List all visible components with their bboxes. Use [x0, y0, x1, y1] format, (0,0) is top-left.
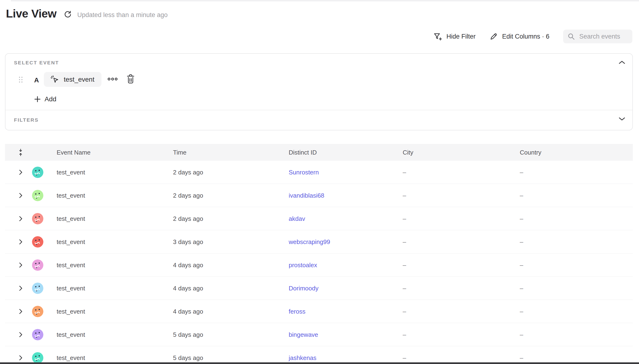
chevron-right-icon	[19, 286, 23, 291]
bottom-window-edge	[0, 362, 639, 364]
column-header-distinct-id: Distinct ID	[289, 149, 317, 156]
event-more-options-button[interactable]	[108, 76, 118, 82]
row-country: –	[520, 354, 523, 362]
chevron-right-icon	[19, 239, 23, 245]
collapse-all-rows-button[interactable]	[16, 148, 25, 156]
row-time: 2 days ago	[173, 192, 203, 199]
column-header-country: Country	[520, 149, 541, 156]
user-avatar[interactable]	[32, 352, 43, 364]
row-time: 3 days ago	[173, 238, 203, 246]
delete-event-button[interactable]	[126, 74, 135, 84]
row-event-name: test_event	[57, 261, 85, 268]
select-event-label: SELECT EVENT	[14, 60, 59, 66]
row-event-name: test_event	[57, 238, 85, 246]
table-row: test_event 2 days ago ivandiblasi68 – –	[5, 184, 633, 207]
row-distinct-id-link[interactable]: Dorimoody	[289, 284, 319, 292]
table-row: test_event 2 days ago Sunrostern – –	[5, 161, 633, 184]
row-city: –	[403, 215, 406, 222]
user-avatar[interactable]	[32, 190, 43, 201]
chevron-right-icon	[19, 355, 23, 361]
row-city: –	[403, 284, 406, 292]
refresh-button[interactable]	[64, 10, 72, 18]
panel-divider	[6, 110, 632, 110]
collapse-select-event-toggle[interactable]	[619, 60, 625, 64]
row-distinct-id-link[interactable]: prostoalex	[289, 261, 317, 268]
column-header-time: Time	[173, 149, 186, 156]
filter-plus-icon	[433, 32, 443, 41]
table-row: test_event 3 days ago webscraping99 – –	[5, 230, 633, 254]
row-country: –	[520, 261, 523, 268]
row-time: 5 days ago	[173, 331, 203, 338]
refresh-icon	[64, 10, 72, 18]
chevron-right-icon	[19, 262, 23, 268]
event-select-chip[interactable]: test_event	[44, 72, 101, 87]
add-event-button[interactable]: Add	[34, 96, 56, 103]
row-distinct-id-link[interactable]: bingewave	[289, 331, 318, 338]
row-distinct-id-link[interactable]: akdav	[289, 215, 305, 222]
user-avatar[interactable]	[32, 329, 43, 340]
expand-row-button[interactable]	[16, 216, 25, 222]
table-body: test_event 2 days ago Sunrostern – – tes…	[5, 161, 633, 364]
expand-row-button[interactable]	[16, 262, 25, 268]
row-country: –	[520, 192, 523, 199]
event-position-label: A	[34, 76, 39, 84]
trash-icon	[126, 74, 135, 84]
column-header-event-name: Event Name	[57, 149, 91, 156]
toolbar: Hide Filter Edit Columns · 6	[433, 30, 632, 43]
row-city: –	[403, 308, 406, 315]
hide-filter-label: Hide Filter	[446, 33, 476, 40]
row-time: 4 days ago	[173, 261, 203, 268]
row-distinct-id-link[interactable]: jashkenas	[289, 354, 316, 362]
chevron-right-icon	[19, 308, 23, 314]
search-box[interactable]	[563, 30, 632, 43]
table-row: test_event 4 days ago prostoalex – –	[5, 254, 633, 277]
row-time: 4 days ago	[173, 308, 203, 315]
row-distinct-id-link[interactable]: ivandiblasi68	[289, 192, 324, 199]
expand-row-button[interactable]	[16, 332, 25, 338]
row-city: –	[403, 168, 406, 176]
expand-row-button[interactable]	[16, 355, 25, 361]
search-input[interactable]	[579, 33, 628, 40]
expand-row-button[interactable]	[16, 308, 25, 314]
chevron-right-icon	[19, 193, 23, 198]
expand-row-button[interactable]	[16, 170, 25, 175]
row-country: –	[520, 238, 523, 246]
event-drag-handle[interactable]	[19, 76, 23, 83]
row-distinct-id-link[interactable]: webscraping99	[289, 238, 330, 246]
chevron-right-icon	[19, 332, 23, 338]
row-country: –	[520, 308, 523, 315]
row-event-name: test_event	[57, 331, 85, 338]
user-avatar[interactable]	[32, 166, 43, 178]
row-city: –	[403, 238, 406, 246]
row-city: –	[403, 261, 406, 268]
collapse-rows-icon	[18, 148, 24, 156]
user-avatar[interactable]	[32, 306, 43, 317]
user-avatar[interactable]	[32, 236, 43, 248]
row-distinct-id-link[interactable]: Sunrostern	[289, 168, 319, 176]
expand-row-button[interactable]	[16, 286, 25, 291]
row-event-name: test_event	[57, 192, 85, 199]
row-country: –	[520, 331, 523, 338]
user-avatar[interactable]	[32, 260, 43, 271]
column-header-city: City	[403, 149, 413, 156]
expand-filters-toggle[interactable]	[619, 117, 625, 121]
expand-row-button[interactable]	[16, 193, 25, 198]
expand-row-button[interactable]	[16, 239, 25, 245]
row-city: –	[403, 192, 406, 199]
row-distinct-id-link[interactable]: feross	[289, 308, 306, 315]
user-avatar[interactable]	[32, 213, 43, 224]
row-time: 5 days ago	[173, 354, 203, 362]
hide-filter-button[interactable]: Hide Filter	[433, 32, 476, 41]
edit-columns-button[interactable]: Edit Columns · 6	[489, 32, 549, 41]
row-event-name: test_event	[57, 168, 85, 176]
live-view-page: Live View Updated less than a minute ago…	[0, 0, 639, 364]
search-icon	[567, 33, 575, 40]
row-time: 2 days ago	[173, 168, 203, 176]
row-city: –	[403, 331, 406, 338]
row-country: –	[520, 284, 523, 292]
drag-handle-icon	[19, 76, 23, 83]
row-city: –	[403, 354, 406, 362]
events-table: Event Name Time Distinct ID City Country…	[5, 144, 633, 364]
user-avatar[interactable]	[32, 282, 43, 294]
chevron-right-icon	[19, 170, 23, 175]
